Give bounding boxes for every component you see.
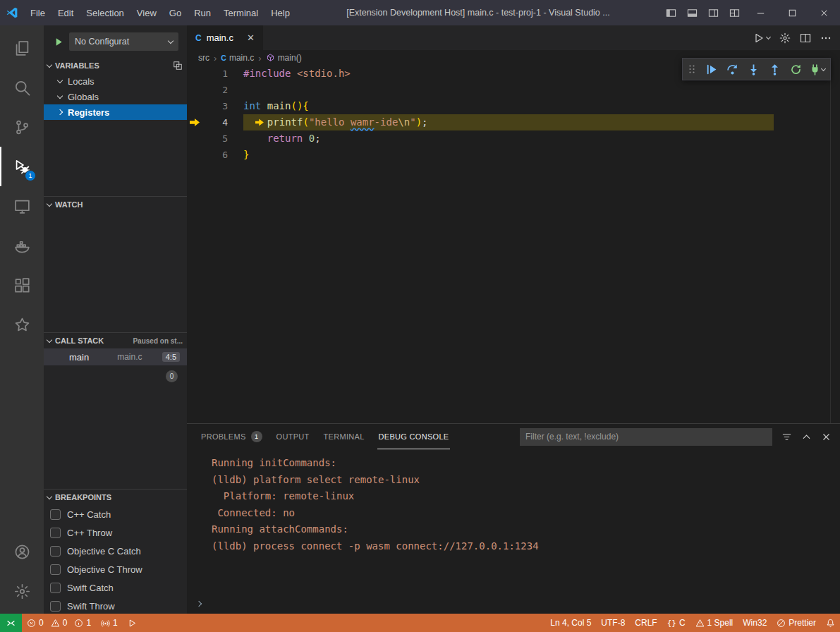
activity-item-extensions[interactable] bbox=[0, 265, 44, 305]
gutter-glyph-margin[interactable] bbox=[187, 147, 202, 163]
activity-item-accounts[interactable] bbox=[0, 532, 44, 571]
menu-go[interactable]: Go bbox=[163, 0, 188, 25]
menu-edit[interactable]: Edit bbox=[51, 0, 80, 25]
activity-item-explorer[interactable] bbox=[0, 28, 44, 68]
activity-item-settings[interactable] bbox=[0, 571, 44, 611]
activity-item-source-control[interactable] bbox=[0, 107, 44, 147]
variables-item-registers[interactable]: Registers bbox=[44, 104, 187, 120]
panel-tab-terminal[interactable]: TERMINAL bbox=[322, 424, 366, 449]
split-editor-button[interactable] bbox=[800, 32, 811, 44]
restart-button[interactable] bbox=[786, 60, 805, 78]
minimize-button[interactable] bbox=[745, 0, 777, 25]
activity-item-docker[interactable] bbox=[0, 226, 44, 265]
code-text-line[interactable]: } bbox=[243, 147, 840, 163]
breakpoint-checkbox[interactable] bbox=[50, 564, 61, 575]
gutter-glyph-margin[interactable] bbox=[187, 66, 202, 82]
maximize-panel-icon[interactable] bbox=[801, 432, 812, 442]
breakpoint-checkbox[interactable] bbox=[50, 528, 61, 538]
close-button[interactable] bbox=[808, 0, 840, 25]
code-text-line[interactable] bbox=[243, 82, 840, 98]
panel-tab-problems[interactable]: PROBLEMS1 bbox=[200, 424, 264, 449]
debug-console-input[interactable] bbox=[187, 594, 840, 614]
editor-scrollbar[interactable] bbox=[830, 66, 840, 423]
eol-indicator[interactable]: CRLF bbox=[630, 614, 662, 632]
breakpoint-checkbox[interactable] bbox=[50, 546, 61, 557]
platform-indicator[interactable]: Win32 bbox=[738, 614, 772, 632]
gutter-glyph-margin[interactable] bbox=[187, 82, 202, 98]
ports-status[interactable]: 1 bbox=[96, 614, 123, 632]
call-stack-section-header[interactable]: CALL STACK Paused on st... bbox=[44, 333, 187, 348]
step-out-button[interactable] bbox=[765, 60, 784, 78]
code-text-line[interactable]: printf("hello wamr-ide\n"); bbox=[243, 114, 774, 130]
variables-item-locals[interactable]: Locals bbox=[44, 73, 187, 89]
breakpoint-item-c-catch[interactable]: C++ Catch bbox=[44, 505, 187, 523]
step-into-button[interactable] bbox=[743, 60, 763, 78]
language-mode[interactable]: {} C bbox=[662, 614, 690, 632]
problems-status[interactable]: 0 0 1 bbox=[22, 614, 96, 632]
remote-indicator[interactable] bbox=[0, 614, 22, 632]
cursor-position[interactable]: Ln 4, Col 5 bbox=[545, 614, 596, 632]
editor-and-panel: C main.c ✕ src›Cmain.c›main() 1#include … bbox=[187, 25, 840, 614]
code-text-line[interactable]: int main(){ bbox=[243, 98, 840, 114]
breakpoint-checkbox[interactable] bbox=[50, 583, 61, 593]
code-editor[interactable]: 1#include <stdio.h>23int main(){4 printf… bbox=[187, 66, 840, 423]
menu-terminal[interactable]: Terminal bbox=[217, 0, 264, 25]
breadcrumb-item-src[interactable]: src bbox=[198, 53, 209, 63]
variables-item-globals[interactable]: Globals bbox=[44, 89, 187, 104]
drag-handle-icon[interactable] bbox=[686, 63, 698, 75]
breadcrumb-item-main-c[interactable]: Cmain.c bbox=[221, 53, 254, 63]
tab-main-c[interactable]: C main.c ✕ bbox=[187, 25, 263, 50]
close-tab-icon[interactable]: ✕ bbox=[247, 32, 255, 43]
breakpoint-checkbox[interactable] bbox=[50, 509, 61, 520]
code-text-line[interactable]: return 0; bbox=[243, 130, 840, 147]
activity-item-star[interactable] bbox=[0, 305, 44, 344]
variables-section-header[interactable]: VARIABLES bbox=[44, 58, 187, 73]
collapse-all-icon[interactable] bbox=[173, 61, 183, 71]
panel-tab-debug-console[interactable]: DEBUG CONSOLE bbox=[377, 424, 451, 449]
panel-tab-output[interactable]: OUTPUT bbox=[275, 424, 311, 449]
menu-file[interactable]: File bbox=[24, 0, 51, 25]
breakpoint-item-c-throw[interactable]: C++ Throw bbox=[44, 523, 187, 542]
debug-config-dropdown[interactable]: No Configurat bbox=[69, 32, 178, 51]
toggle-sidebar-icon[interactable] bbox=[660, 0, 681, 25]
watch-section-header[interactable]: WATCH bbox=[44, 197, 187, 212]
gutter-glyph-margin[interactable] bbox=[187, 114, 202, 130]
debug-status[interactable] bbox=[123, 614, 142, 632]
run-file-button[interactable] bbox=[753, 32, 770, 44]
prettier-status[interactable]: Prettier bbox=[772, 614, 821, 632]
maximize-button[interactable] bbox=[777, 0, 808, 25]
breadcrumb-item-main[interactable]: main() bbox=[266, 53, 302, 63]
breakpoint-item-swift-catch[interactable]: Swift Catch bbox=[44, 578, 187, 597]
menu-view[interactable]: View bbox=[130, 0, 163, 25]
activity-item-search[interactable] bbox=[0, 68, 44, 107]
breakpoint-item-objective-c-throw[interactable]: Objective C Throw bbox=[44, 560, 187, 578]
encoding-indicator[interactable]: UTF-8 bbox=[596, 614, 630, 632]
gutter-glyph-margin[interactable] bbox=[187, 98, 202, 114]
breakpoint-item-swift-throw[interactable]: Swift Throw bbox=[44, 597, 187, 614]
console-filter-input[interactable] bbox=[520, 428, 772, 446]
breakpoint-item-objective-c-catch[interactable]: Objective C Catch bbox=[44, 542, 187, 560]
breakpoints-section-header[interactable]: BREAKPOINTS bbox=[44, 490, 187, 505]
menu-selection[interactable]: Selection bbox=[80, 0, 130, 25]
close-panel-icon[interactable] bbox=[821, 432, 832, 442]
activity-item-remote-explorer[interactable] bbox=[0, 186, 44, 226]
toggle-panel-icon[interactable] bbox=[681, 0, 702, 25]
settings-gear-button[interactable] bbox=[779, 32, 791, 44]
spell-status[interactable]: 1 Spell bbox=[690, 614, 738, 632]
gutter-glyph-margin[interactable] bbox=[187, 130, 202, 147]
menu-help[interactable]: Help bbox=[264, 0, 296, 25]
filter-icon[interactable] bbox=[781, 432, 792, 442]
notifications[interactable] bbox=[821, 614, 840, 632]
start-debugging-icon[interactable] bbox=[54, 37, 64, 47]
activity-item-run-and-debug[interactable]: 1 bbox=[0, 147, 44, 186]
debug-console-output[interactable]: Running initCommands:(lldb) platform sel… bbox=[187, 449, 840, 594]
toggle-secondary-sidebar-icon[interactable] bbox=[702, 0, 724, 25]
breakpoint-checkbox[interactable] bbox=[50, 601, 61, 612]
disconnect-button[interactable] bbox=[807, 60, 827, 78]
call-stack-frame[interactable]: main main.c 4:5 bbox=[44, 348, 187, 365]
customize-layout-icon[interactable] bbox=[724, 0, 745, 25]
menu-run[interactable]: Run bbox=[188, 0, 217, 25]
continue-button[interactable] bbox=[701, 60, 721, 78]
more-actions-button[interactable] bbox=[820, 32, 832, 44]
step-over-button[interactable] bbox=[722, 60, 742, 78]
